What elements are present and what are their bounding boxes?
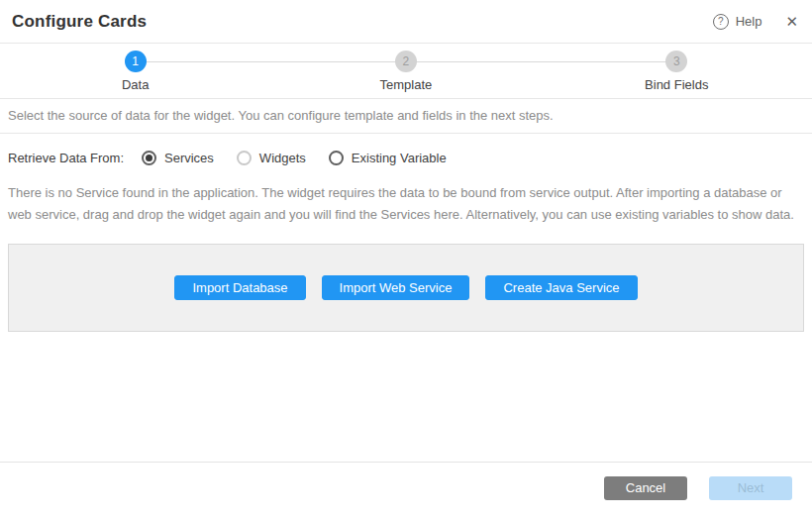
cancel-button[interactable]: Cancel — [604, 476, 687, 500]
step-bind-fields-circle[interactable]: 3 — [665, 51, 687, 72]
radio-widgets[interactable]: Widgets — [237, 151, 306, 165]
dialog-footer: Cancel Next — [0, 462, 812, 519]
radio-widgets-label[interactable]: Widgets — [259, 151, 306, 165]
step-data-circle[interactable]: 1 — [125, 51, 147, 72]
header-actions: ? Help ✕ — [713, 14, 798, 30]
radio-existing-variable-label[interactable]: Existing Variable — [352, 151, 447, 165]
step-data[interactable]: 1 Data — [0, 44, 270, 98]
create-java-service-button[interactable]: Create Java Service — [485, 275, 637, 300]
help-label[interactable]: Help — [736, 14, 762, 29]
radio-services[interactable]: Services — [142, 151, 214, 165]
radio-existing-variable[interactable]: Existing Variable — [329, 151, 447, 165]
help-button[interactable]: ? Help — [713, 14, 762, 30]
retrieve-data-label: Retrieve Data From: — [8, 151, 142, 165]
step-template-label: Template — [380, 77, 433, 92]
radio-services-label[interactable]: Services — [164, 151, 214, 165]
dialog-header: Configure Cards ? Help ✕ — [0, 0, 812, 44]
radio-services-control[interactable] — [142, 151, 156, 165]
wizard-stepper: 1 Data 2 Template 3 Bind Fields — [0, 44, 812, 99]
retrieve-data-row: Retrieve Data From: Services Widgets Exi… — [0, 134, 812, 171]
next-button[interactable]: Next — [709, 476, 792, 500]
step-template-circle[interactable]: 2 — [395, 51, 417, 72]
close-icon[interactable]: ✕ — [785, 14, 798, 29]
radio-widgets-control[interactable] — [237, 151, 252, 165]
import-database-button[interactable]: Import Database — [174, 275, 305, 300]
page-title: Configure Cards — [12, 12, 147, 32]
data-source-radio-group: Services Widgets Existing Variable — [142, 151, 469, 165]
service-actions-panel: Import Database Import Web Service Creat… — [8, 244, 804, 332]
import-web-service-button[interactable]: Import Web Service — [322, 275, 470, 300]
help-icon[interactable]: ? — [713, 14, 729, 30]
step-template[interactable]: 2 Template — [270, 44, 541, 98]
step-bind-fields[interactable]: 3 Bind Fields — [542, 44, 812, 98]
intro-text: Select the source of data for the widget… — [0, 99, 812, 134]
step-bind-fields-label: Bind Fields — [645, 77, 708, 92]
no-service-notice: There is no Service found in the applica… — [0, 171, 812, 226]
radio-existing-variable-control[interactable] — [329, 151, 344, 165]
configure-cards-dialog: Configure Cards ? Help ✕ 1 Data 2 Templa… — [0, 0, 812, 519]
step-data-label: Data — [122, 77, 149, 92]
